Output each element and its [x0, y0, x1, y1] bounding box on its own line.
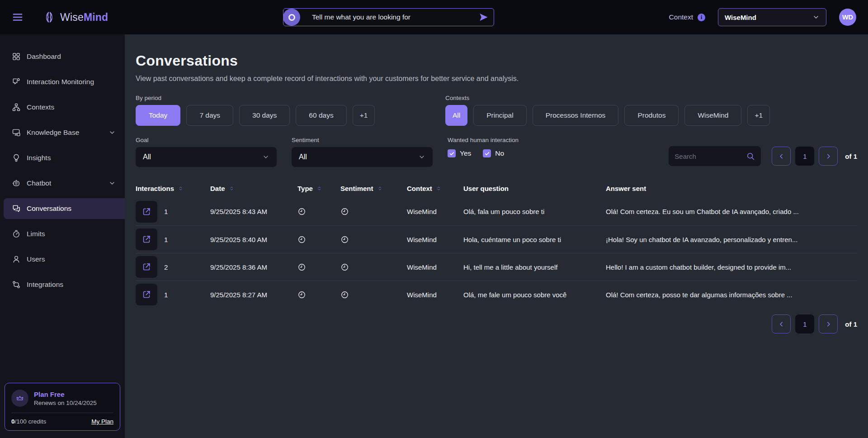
plan-renews: Renews on 10/24/2025 [34, 400, 97, 406]
sidebar-item-insights[interactable]: Insights [4, 148, 125, 168]
app-header: WiseMind Context i WiseMind WD [0, 0, 868, 34]
human-interaction-label: Wanted human interaction [448, 137, 519, 143]
contexts-filter-label: Contexts [445, 95, 770, 101]
cell-answer-sent: Olá! Com certeza. Eu sou um Chatbot de I… [606, 208, 857, 215]
sidebar-item-users[interactable]: Users [4, 249, 125, 270]
sidebar-item-knowledge-base[interactable]: Knowledge Base [4, 122, 125, 143]
period-chip-60-days[interactable]: 60 days [296, 105, 346, 126]
column-header-type[interactable]: Type [297, 185, 340, 192]
open-conversation-button[interactable] [136, 229, 157, 250]
menu-icon[interactable] [12, 11, 24, 23]
sidebar-item-chatbot[interactable]: Chatbot [4, 173, 125, 194]
my-plan-link[interactable]: My Plan [91, 418, 113, 425]
column-header-context[interactable]: Context [407, 185, 463, 192]
sort-icon[interactable] [178, 186, 184, 191]
next-page-button[interactable] [819, 147, 838, 166]
send-icon[interactable] [478, 12, 489, 23]
table-search [669, 146, 761, 166]
users-icon [12, 255, 21, 264]
cell-user-question: Olá, fala um pouco sobre ti [463, 208, 606, 215]
period-filter-label: By period [136, 95, 445, 101]
checkbox-label: No [495, 149, 504, 157]
search-input[interactable] [675, 152, 746, 160]
header-right: Context i WiseMind WD [669, 8, 856, 26]
sidebar-item-label: Dashboard [27, 52, 61, 61]
cell-context: WiseMind [407, 236, 463, 243]
search-icon[interactable] [746, 152, 755, 161]
clock-icon [340, 235, 407, 244]
info-icon[interactable]: i [698, 14, 705, 21]
sentiment-select[interactable]: All [292, 147, 433, 167]
sort-icon[interactable] [229, 186, 235, 191]
chevron-down-icon [418, 153, 425, 161]
period-chip-30-days[interactable]: 30 days [239, 105, 290, 126]
sidebar-item-interaction-monitoring[interactable]: Interaction Monitoring [4, 71, 125, 92]
sidebar-item-dashboard[interactable]: Dashboard [4, 46, 125, 67]
context-chip-1[interactable]: +1 [747, 105, 770, 126]
table-row: 19/25/2025 8:40 AMWiseMindHola, cuéntame… [136, 225, 857, 253]
table-row: 29/25/2025 8:36 AMWiseMindHi, tell me a … [136, 253, 857, 281]
open-conversation-button[interactable] [136, 201, 157, 223]
column-header-interactions[interactable]: Interactions [136, 185, 210, 192]
sidebar: DashboardInteraction MonitoringContextsK… [0, 34, 125, 438]
context-chip-processos-internos[interactable]: Processos Internos [533, 105, 619, 126]
limits-icon [12, 229, 21, 238]
open-conversation-button[interactable] [136, 284, 157, 305]
human-interaction-yes[interactable]: Yes [448, 149, 471, 157]
context-select-value: WiseMind [725, 14, 756, 21]
dashboard-icon [12, 52, 21, 61]
cell-user-question: Hola, cuéntame un poco sobre ti [463, 236, 606, 243]
sidebar-item-conversations[interactable]: Conversations [4, 198, 125, 219]
context-chip-principal[interactable]: Principal [473, 105, 526, 126]
avatar[interactable]: WD [839, 9, 856, 26]
table-row: 19/25/2025 8:27 AMWiseMindOlá, me fale u… [136, 281, 857, 308]
human-interaction-no[interactable]: No [483, 149, 504, 157]
period-filter-group: By period Today7 days30 days60 days+1 [136, 95, 445, 126]
column-header-date[interactable]: Date [210, 185, 297, 192]
period-chip-today[interactable]: Today [136, 105, 180, 126]
goal-select[interactable]: All [136, 147, 277, 167]
checkbox-checked-icon[interactable] [448, 149, 456, 157]
column-header-sentiment[interactable]: Sentiment [340, 185, 407, 192]
sidebar-item-label: Knowledge Base [27, 129, 79, 137]
cell-interactions: 1 [164, 208, 210, 215]
sidebar-item-limits[interactable]: Limits [4, 224, 125, 244]
period-chip-7-days[interactable]: 7 days [186, 105, 233, 126]
human-interaction-options: YesNo [448, 149, 519, 157]
checkbox-label: Yes [460, 149, 471, 157]
sidebar-item-label: Users [27, 255, 45, 263]
sidebar-item-label: Contexts [27, 103, 54, 111]
period-chip-1[interactable]: +1 [353, 105, 375, 126]
sidebar-item-contexts[interactable]: Contexts [4, 97, 125, 118]
prev-page-button[interactable] [772, 314, 791, 333]
period-chips: Today7 days30 days60 days+1 [136, 105, 445, 126]
context-select[interactable]: WiseMind [718, 8, 826, 26]
cell-context: WiseMind [407, 291, 463, 299]
sort-icon[interactable] [377, 186, 383, 191]
context-chip-produtos[interactable]: Produtos [624, 105, 679, 126]
context-chip-all[interactable]: All [445, 105, 467, 126]
sort-icon[interactable] [436, 186, 442, 191]
brand-logo: WiseMind [42, 10, 108, 24]
sentiment-select-value: All [299, 153, 307, 161]
sidebar-item-integrations[interactable]: Integrations [4, 274, 125, 295]
wisemind-logo-icon [42, 10, 56, 24]
cell-interactions: 2 [164, 263, 210, 271]
prev-page-button[interactable] [772, 147, 791, 166]
checkbox-checked-icon[interactable] [483, 149, 491, 157]
context-chip-wisemind[interactable]: WiseMind [684, 105, 741, 126]
assistant-search-input[interactable] [300, 13, 478, 21]
open-conversation-button[interactable] [136, 256, 157, 278]
goal-filter-label: Goal [136, 137, 277, 143]
next-page-button[interactable] [819, 314, 838, 333]
sort-icon[interactable] [316, 186, 322, 191]
contexts-icon [12, 103, 21, 112]
chatbot-icon [12, 179, 21, 188]
page-count-label: of 1 [845, 320, 857, 328]
clock-icon [297, 207, 340, 216]
chevron-down-icon [262, 153, 269, 161]
interaction-monitoring-icon [12, 77, 21, 86]
cell-answer-sent: Olá! Com certeza, posso te dar algumas i… [606, 291, 857, 299]
context-chips: AllPrincipalProcessos InternosProdutosWi… [445, 105, 770, 126]
cell-user-question: Hi, tell me a little about yourself [463, 263, 606, 271]
